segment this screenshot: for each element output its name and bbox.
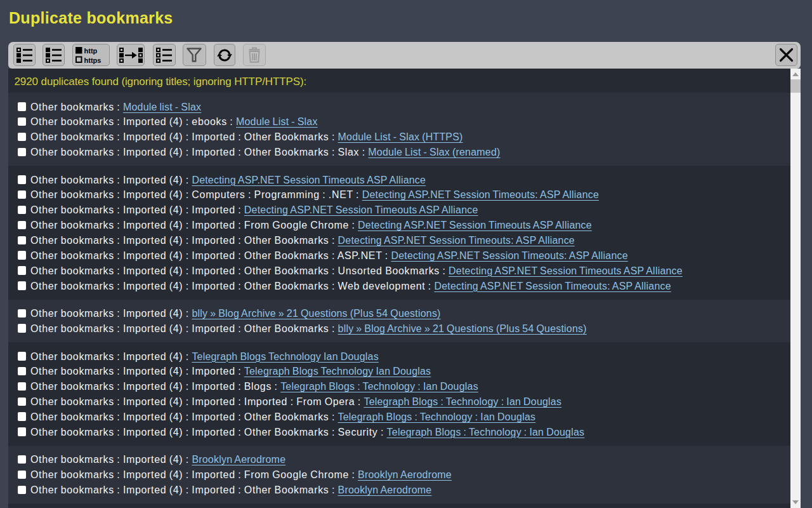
svg-text:http: http bbox=[84, 46, 98, 54]
svg-text:https: https bbox=[84, 56, 102, 64]
